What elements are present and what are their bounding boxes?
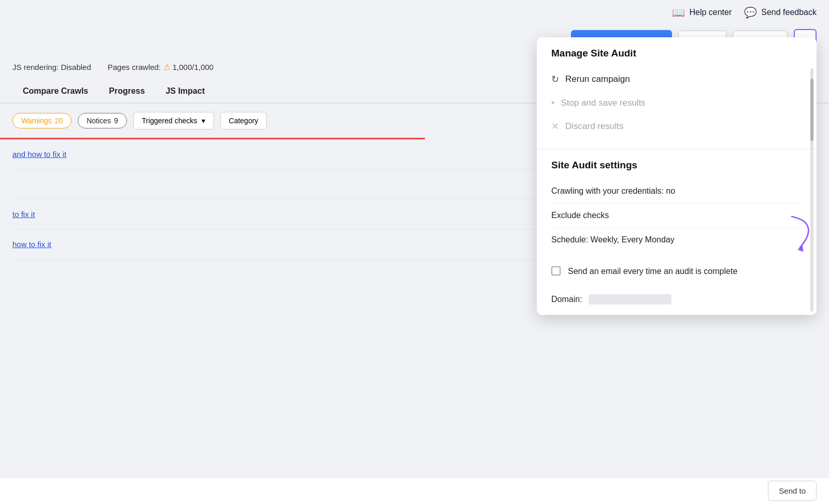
email-checkbox[interactable] [551, 266, 561, 276]
send-to-label: Send to [779, 486, 806, 495]
settings-title: Site Audit settings [551, 160, 802, 171]
crawling-label: Crawling with your credentials: no [551, 186, 675, 196]
notices-label: Notices [87, 117, 111, 125]
send-to-button[interactable]: Send to [768, 481, 817, 501]
help-center-icon: 📖 [672, 6, 685, 19]
exclude-label: Exclude checks [551, 211, 609, 220]
warnings-count: 20 [55, 117, 63, 125]
js-rendering-label: JS rendering: Disabled [12, 63, 91, 71]
category-dropdown[interactable]: Category [220, 112, 267, 129]
dropdown-chevron-icon: ▾ [202, 117, 205, 125]
triggered-checks-dropdown[interactable]: Triggered checks ▾ [133, 112, 214, 129]
warning-icon: ⚠ [163, 63, 173, 71]
panel-rerun-label: Rerun campaign [565, 74, 630, 84]
warnings-filter[interactable]: Warnings 20 [12, 113, 72, 128]
exclude-info[interactable]: Exclude checks [551, 204, 802, 228]
stop-icon: ▪ [551, 97, 554, 108]
panel-rerun-item[interactable]: ↻ Rerun campaign [551, 67, 802, 91]
manage-site-audit-panel: Manage Site Audit ↻ Rerun campaign ▪ Sto… [537, 37, 817, 315]
panel-scrollbar-thumb [810, 79, 813, 141]
panel-discard-label: Discard results [565, 121, 623, 132]
bottom-bar: Send to [0, 477, 829, 504]
pages-crawled-label: Pages crawled: [108, 63, 161, 71]
notices-filter[interactable]: Notices 9 [78, 113, 126, 128]
crawling-info: Crawling with your credentials: no [551, 179, 802, 204]
send-feedback-link[interactable]: 💬 Send feedback [744, 6, 817, 19]
panel-discard-item: ✕ Discard results [551, 114, 802, 138]
pages-crawled-section: Pages crawled: ⚠ 1,000/1,000 [108, 62, 213, 72]
manage-title: Manage Site Audit [551, 48, 802, 59]
feedback-icon: 💬 [744, 6, 757, 19]
discard-icon: ✕ [551, 121, 559, 132]
list-item-text-1[interactable]: and how to fix it [12, 150, 66, 159]
manage-section: Manage Site Audit ↻ Rerun campaign ▪ Sto… [537, 37, 817, 149]
notices-count: 9 [114, 117, 118, 125]
send-feedback-label: Send feedback [761, 8, 817, 17]
help-center-label: Help center [689, 8, 732, 17]
tab-js-impact[interactable]: JS Impact [155, 81, 216, 103]
panel-scrollbar[interactable] [810, 68, 813, 312]
rerun-panel-icon: ↻ [551, 74, 559, 85]
svg-marker-0 [797, 246, 803, 252]
domain-value-blurred [589, 294, 671, 305]
tab-compare-crawls[interactable]: Compare Crawls [12, 81, 98, 103]
schedule-label: Schedule: Weekly, Every Monday [551, 235, 675, 244]
warnings-label: Warnings [21, 117, 52, 125]
tab-progress[interactable]: Progress [98, 81, 155, 103]
pages-count: 1,000/1,000 [173, 63, 213, 71]
list-item-text-4[interactable]: how to fix it [12, 240, 51, 249]
triggered-label: Triggered checks [142, 117, 197, 125]
domain-label: Domain: [551, 295, 582, 304]
settings-section: Site Audit settings Crawling with your c… [537, 149, 817, 256]
panel-stop-label: Stop and save results [561, 98, 645, 108]
list-item-text-3[interactable]: to fix it [12, 210, 35, 219]
help-center-link[interactable]: 📖 Help center [672, 6, 732, 19]
panel-stop-item: ▪ Stop and save results [551, 91, 802, 114]
email-checkbox-row: Send an email every time an audit is com… [537, 256, 817, 287]
email-label: Send an email every time an audit is com… [568, 265, 737, 278]
top-bar: 📖 Help center 💬 Send feedback [0, 0, 829, 25]
category-label: Category [229, 117, 259, 125]
schedule-info: Schedule: Weekly, Every Monday [551, 228, 802, 252]
domain-row: Domain: [537, 287, 817, 315]
